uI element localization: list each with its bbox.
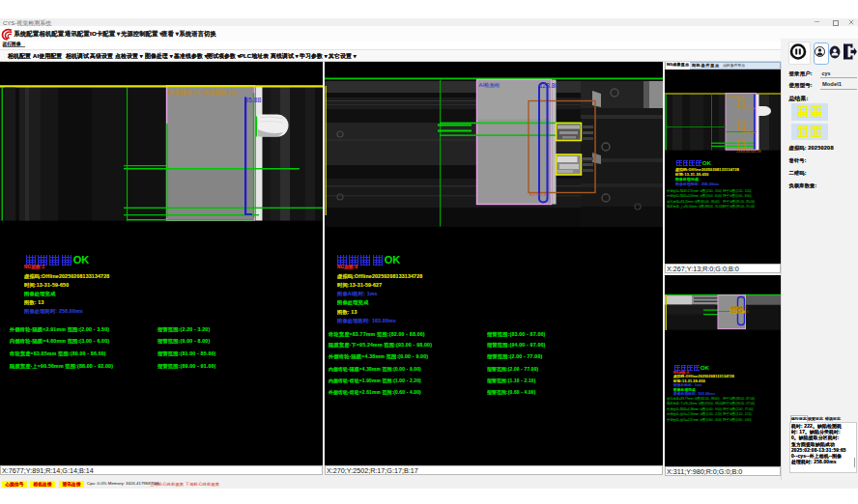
- svg-text:55.88: 55.88: [244, 96, 262, 102]
- svg-text:静态阈值:93: 静态阈值:93: [727, 94, 743, 98]
- svg-text:U.48=1.9: U.48=1.9: [741, 107, 755, 111]
- svg-text:动态阈值:100: 动态阈值:100: [730, 310, 749, 314]
- svg-text:23.08.5=2: 23.08.5=2: [741, 130, 757, 134]
- svg-text:123.80: 123.80: [539, 82, 558, 89]
- svg-text:静态阈值:93, 动态阈值:100: 静态阈值:93, 动态阈值:100: [168, 88, 238, 96]
- svg-text:13.63.40.5=1.18: 13.63.40.5=1.18: [736, 149, 760, 153]
- svg-text:N.9 N.2.9: N.9 N.2.9: [529, 191, 547, 196]
- svg-text:AI检测框: AI检测框: [479, 81, 500, 88]
